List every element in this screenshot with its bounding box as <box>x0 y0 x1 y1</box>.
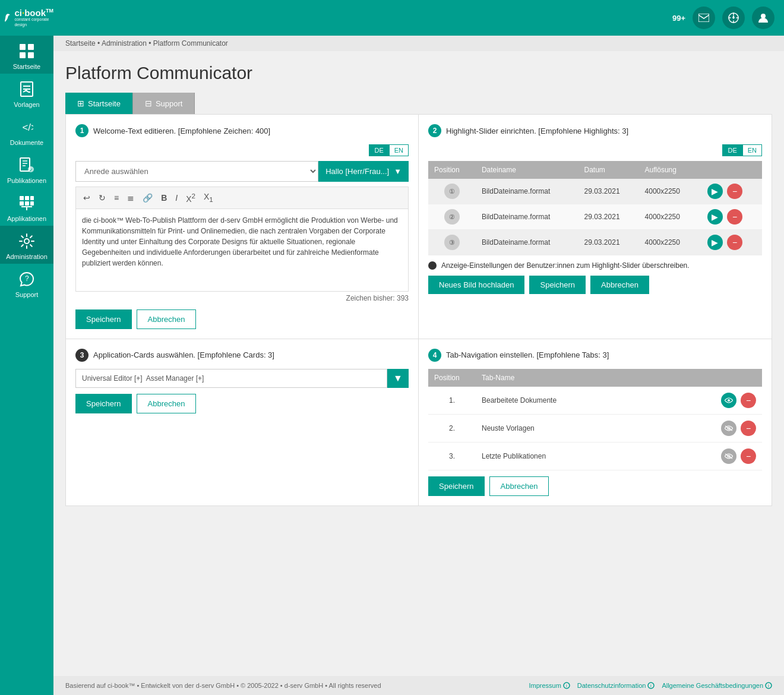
section2-header: 2 Highlight-Slider einrichten. [Empfohle… <box>428 124 762 137</box>
section4-cancel-btn[interactable]: Abbrechen <box>489 476 549 496</box>
svg-rect-11 <box>20 196 24 200</box>
sidebar-item-dokumente-label: Dokumente <box>10 139 43 146</box>
tab-pos-2: 2. <box>428 414 476 442</box>
tab-remove-btn-3[interactable]: − <box>741 448 756 464</box>
hs-play-btn-1[interactable]: ▶ <box>707 184 723 199</box>
section1-lang-toggle: DE EN <box>75 144 409 156</box>
section4-number: 4 <box>428 349 441 362</box>
compass-button[interactable] <box>722 7 745 29</box>
section2-cancel-btn[interactable]: Abbrechen <box>590 276 649 294</box>
section2-number: 2 <box>428 124 441 137</box>
section1-lang-en[interactable]: EN <box>389 144 409 156</box>
footer-datenschutz[interactable]: Datenschutzinformation i <box>577 682 655 689</box>
italic-btn[interactable]: I <box>173 192 180 204</box>
section2-lang-toggle: DE EN <box>428 144 762 156</box>
sidebar-item-dokumente[interactable]: </> Dokumente <box>0 112 53 150</box>
section2-upload-btn[interactable]: Neues Bild hochladen <box>428 276 524 294</box>
footer-impressum[interactable]: Impressum i <box>529 682 570 689</box>
section3-save-btn[interactable]: Speichern <box>75 394 132 413</box>
sidebar-item-applikationen[interactable]: Applikationen <box>0 188 53 226</box>
sidebar-item-administration[interactable]: Administration <box>0 226 53 264</box>
hs-remove-btn-3[interactable]: − <box>727 235 742 250</box>
section-tab-navigation: 4 Tab-Navigation einstellen. [Empfohlene… <box>419 339 772 506</box>
app-cards-dropdown-btn[interactable]: ▼ <box>387 369 409 388</box>
tab-support[interactable]: ⊟ Support <box>133 93 195 114</box>
svg-rect-0 <box>20 44 26 50</box>
section2-buttons: Neues Bild hochladen Speichern Abbrechen <box>428 276 762 294</box>
tab-remove-btn-2[interactable]: − <box>741 421 756 436</box>
section1-cancel-btn[interactable]: Abbrechen <box>137 309 197 329</box>
ordered-list-btn[interactable]: ≣ <box>125 192 137 204</box>
tab-name-2: Neuste Vorlagen <box>476 414 658 442</box>
section3-cancel-btn[interactable]: Abbrechen <box>137 394 197 413</box>
unordered-list-btn[interactable]: ≡ <box>112 192 121 204</box>
envelope-button[interactable] <box>693 7 715 29</box>
section3-number: 3 <box>75 349 88 362</box>
tab-remove-btn-1[interactable]: − <box>741 393 756 408</box>
hs-col-position: Position <box>428 161 476 179</box>
svg-point-17 <box>24 239 29 244</box>
logo: ci·bookTM constant corporate design <box>0 0 53 36</box>
svg-text:i: i <box>566 683 567 688</box>
tab-bar: ⊞ Startseite ⊟ Support <box>65 93 772 114</box>
section1-header: 1 Welcome-Text editieren. [Empfohlene Ze… <box>75 124 409 137</box>
anrede-select[interactable]: Anrede auswählen <box>75 161 318 182</box>
address-row: Anrede auswählen Hallo [Herr/Frau...] ▼ <box>75 161 409 182</box>
main-content: 99+ Startseite • Administration • Platfo… <box>53 0 784 695</box>
section2-save-btn[interactable]: Speichern <box>529 276 586 294</box>
sidebar-item-vorlagen[interactable]: Vorlagen <box>0 74 53 112</box>
undo-btn[interactable]: ↩ <box>81 192 93 204</box>
tab-startseite[interactable]: ⊞ Startseite <box>65 93 133 114</box>
char-count: Zeichen bisher: 393 <box>75 292 409 305</box>
sidebar-item-support[interactable]: ? Support <box>0 264 53 302</box>
subscript-btn[interactable]: X1 <box>201 191 216 204</box>
section-highlight-slider: 2 Highlight-Slider einrichten. [Empfohle… <box>419 115 772 339</box>
applikationen-icon <box>17 194 36 213</box>
section1-save-btn[interactable]: Speichern <box>75 309 132 329</box>
hs-remove-btn-2[interactable]: − <box>727 209 742 225</box>
table-row: 1. Bearbeitete Dokumente − <box>428 387 762 415</box>
tab-col-position: Position <box>428 369 476 387</box>
notification-badge: 99+ <box>672 14 685 23</box>
section1-buttons: Speichern Abbrechen <box>75 309 409 329</box>
svg-rect-13 <box>30 196 34 200</box>
table-row: ① BildDateiname.format 29.03.2021 4000x2… <box>428 179 762 204</box>
section3-title: Application-Cards auswählen. [Empfohlene… <box>93 350 274 359</box>
sidebar-item-support-label: Support <box>15 291 39 298</box>
hallo-dropdown-btn[interactable]: Hallo [Herr/Frau...] ▼ <box>318 161 409 182</box>
publikationen-icon: ✓ <box>17 156 36 175</box>
tab-visibility-btn-1[interactable] <box>721 393 736 408</box>
section4-header: 4 Tab-Navigation einstellen. [Empfohlene… <box>428 349 762 362</box>
startseite-tab-label: Startseite <box>88 99 121 108</box>
hs-resolution-1: 4000x2250 <box>639 179 699 204</box>
section1-lang-de[interactable]: DE <box>369 144 388 156</box>
section2-lang-en[interactable]: EN <box>742 144 762 156</box>
table-row: ③ BildDateiname.format 29.03.2021 4000x2… <box>428 230 762 255</box>
user-button[interactable] <box>752 7 774 29</box>
hs-remove-btn-1[interactable]: − <box>727 184 742 199</box>
redo-btn[interactable]: ↻ <box>96 192 108 204</box>
link-btn[interactable]: 🔗 <box>140 192 155 204</box>
bold-btn[interactable]: B <box>159 192 169 204</box>
hs-col-filename: Dateiname <box>476 161 578 179</box>
welcome-text-editor[interactable]: die ci-book™ Web-To-Publish Plattform de… <box>75 208 409 292</box>
svg-point-23 <box>728 399 730 402</box>
tab-visibility-btn-3[interactable] <box>721 448 736 464</box>
svg-text:i: i <box>768 683 769 688</box>
tab-visibility-btn-2[interactable] <box>721 421 736 436</box>
section2-lang-de[interactable]: DE <box>722 144 742 156</box>
hs-play-btn-2[interactable]: ▶ <box>707 209 723 225</box>
svg-text:?: ? <box>25 274 29 283</box>
support-tab-label: Support <box>156 99 183 108</box>
section3-header: 3 Application-Cards auswählen. [Empfohle… <box>75 349 409 362</box>
topbar: 99+ <box>53 0 784 36</box>
section4-save-btn[interactable]: Speichern <box>428 476 485 496</box>
anzeige-row: Anzeige-Einstellungen der Benutzer:innen… <box>428 261 762 270</box>
sidebar-item-startseite[interactable]: Startseite <box>0 36 53 74</box>
app-cards-input[interactable] <box>75 369 387 388</box>
footer-copyright: Basierend auf ci-book™ • Entwickelt von … <box>65 682 381 689</box>
hs-play-btn-3[interactable]: ▶ <box>707 235 723 250</box>
footer-agb[interactable]: Allgemeine Geschäftsbedingungen i <box>662 682 772 689</box>
superscript-btn[interactable]: X2 <box>184 191 198 205</box>
sidebar-item-publikationen[interactable]: ✓ Publikationen <box>0 150 53 188</box>
